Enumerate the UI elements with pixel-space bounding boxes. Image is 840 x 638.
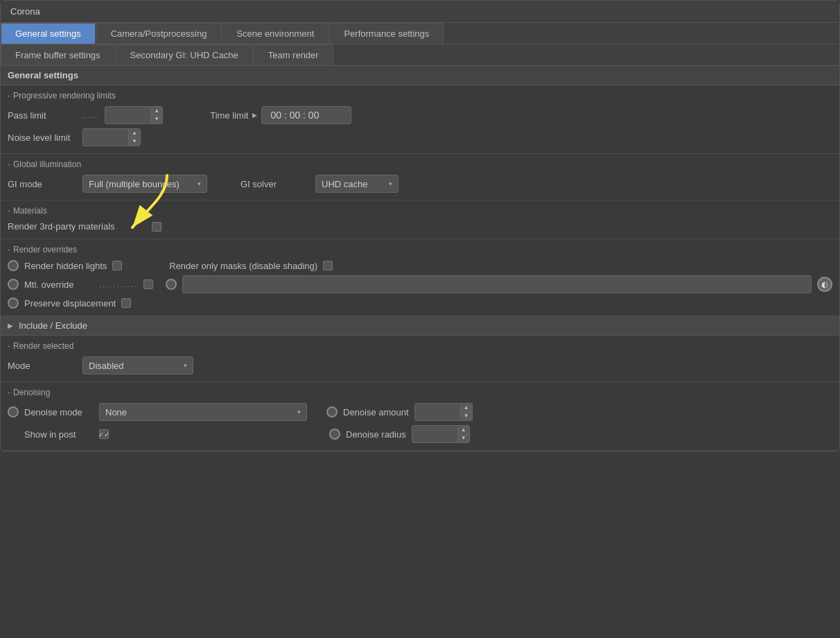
denoise-amount-up[interactable]: ▲: [461, 404, 472, 413]
time-limit-display[interactable]: 00 : 00 : 00: [261, 106, 351, 124]
tab-camera-postprocessing[interactable]: Camera/Postprocessing: [96, 23, 222, 44]
show-in-post-row: Show in post ✓ Denoise radius 1 ▲ ▼: [8, 425, 832, 443]
pass-limit-dots: ......: [82, 111, 99, 119]
gi-mode-dropdown[interactable]: Full (multiple bounces) ▾: [82, 175, 207, 193]
render-selected-section: Render selected Mode Disabled ▾: [1, 336, 839, 382]
tabs-row-2: Frame buffer settings Secondary GI: UHD …: [1, 44, 839, 66]
section-header: General settings: [1, 66, 839, 85]
time-limit-group: Time limit ▶ 00 : 00 : 00: [210, 106, 351, 124]
render-overrides-title: Render overrides: [8, 245, 832, 255]
render-selected-title: Render selected: [8, 341, 832, 351]
gi-mode-chevron-icon: ▾: [198, 180, 201, 187]
materials-section: Materials Render 3rd-party materials: [1, 200, 839, 239]
mtl-override-btn[interactable]: ◐: [817, 277, 832, 292]
progressive-section: Progressive rendering limits Pass limit …: [1, 85, 839, 154]
denoise-amount-down[interactable]: ▼: [461, 413, 472, 421]
tab-performance-settings[interactable]: Performance settings: [329, 23, 444, 44]
mtl-override-field[interactable]: [182, 275, 812, 293]
content-area: Progressive rendering limits Pass limit …: [1, 85, 839, 451]
noise-level-input[interactable]: 0: [83, 129, 128, 146]
include-exclude-label: Include / Exclude: [19, 320, 87, 331]
mtl-override-checkbox[interactable]: [143, 279, 153, 289]
pass-limit-row: Pass limit ...... 0 ▲ ▼ Time limit ▶ 00 …: [8, 106, 832, 124]
denoise-mode-label: Denoise mode: [24, 407, 94, 417]
materials-title: Materials: [8, 206, 832, 216]
render-3rd-party-checkbox[interactable]: [152, 222, 161, 232]
mtl-override-dots: ...........: [99, 280, 138, 288]
render-3rd-party-label: Render 3rd-party materials: [8, 221, 146, 232]
tab-team-render[interactable]: Team render: [254, 44, 333, 65]
denoise-amount-arrows: ▲ ▼: [460, 404, 472, 420]
render-only-masks-label: Render only masks (disable shading): [169, 261, 317, 271]
render-hidden-lights-row: Render hidden lights Render only masks (…: [8, 260, 832, 271]
noise-level-label: Noise level limit: [8, 132, 77, 143]
title-bar: Corona: [1, 1, 839, 23]
render-only-masks-checkbox[interactable]: [323, 261, 333, 270]
pass-limit-spinner[interactable]: 0 ▲ ▼: [105, 106, 163, 124]
render-selected-mode-label: Mode: [8, 361, 77, 371]
denoise-amount-input[interactable]: 0.65: [415, 404, 460, 420]
tab-general-settings[interactable]: General settings: [1, 23, 96, 44]
pass-limit-input[interactable]: 0: [105, 107, 150, 123]
progressive-title: Progressive rendering limits: [8, 91, 832, 101]
tab-scene-environment[interactable]: Scene environment: [222, 23, 329, 44]
show-in-post-label: Show in post: [24, 429, 94, 440]
denoise-radius-radio[interactable]: [329, 429, 340, 440]
time-limit-label: Time limit: [210, 110, 248, 121]
preserve-displacement-label: Preserve displacement: [24, 298, 116, 309]
show-in-post-spacer: [8, 429, 19, 440]
render-selected-mode-row: Mode Disabled ▾: [8, 356, 832, 374]
denoise-mode-radio[interactable]: [8, 406, 19, 417]
noise-level-arrows: ▲ ▼: [128, 129, 140, 146]
mtl-override-row: Mtl. override ........... ◐: [8, 275, 832, 293]
render-overrides-section: Render overrides Render hidden lights Re…: [1, 239, 839, 316]
main-window: Corona General settings Camera/Postproce…: [0, 0, 840, 451]
gi-mode-label: GI mode: [8, 179, 77, 189]
gi-mode-row: GI mode Full (multiple bounces) ▾ GI sol…: [8, 175, 832, 193]
denoise-amount-spinner[interactable]: 0.65 ▲ ▼: [414, 403, 473, 421]
mtl-override-radio[interactable]: [8, 279, 19, 290]
render-selected-mode-dropdown[interactable]: Disabled ▾: [82, 356, 193, 374]
noise-level-spinner[interactable]: 0 ▲ ▼: [82, 128, 141, 146]
noise-level-down[interactable]: ▼: [129, 138, 140, 146]
gi-solver-label: GI solver: [240, 179, 310, 189]
denoise-amount-radio[interactable]: [326, 406, 338, 417]
pass-limit-up[interactable]: ▲: [151, 107, 162, 116]
denoise-radius-down[interactable]: ▼: [458, 435, 469, 443]
show-in-post-checkbox[interactable]: ✓: [99, 429, 109, 439]
denoise-amount-label: Denoise amount: [343, 407, 409, 417]
include-exclude-arrow-icon: ▶: [8, 322, 13, 329]
pass-limit-down[interactable]: ▼: [151, 116, 162, 124]
gi-section: Global illumination GI mode Full (multip…: [1, 154, 839, 200]
gi-solver-chevron-icon: ▾: [389, 180, 392, 187]
render-hidden-lights-checkbox[interactable]: [112, 261, 122, 270]
gi-title: Global illumination: [8, 160, 832, 169]
denoising-section: Denoising Denoise mode None ▾ Denoise am…: [1, 382, 839, 451]
denoise-radius-label: Denoise radius: [346, 429, 406, 440]
tab-secondary-gi[interactable]: Secondary GI: UHD Cache: [116, 44, 253, 65]
noise-level-row: Noise level limit 0 ▲ ▼: [8, 128, 832, 146]
window-title: Corona: [10, 6, 40, 17]
denoise-radius-spinner[interactable]: 1 ▲ ▼: [412, 425, 470, 443]
preserve-displacement-row: Preserve displacement: [8, 298, 832, 309]
render-3rd-party-row: Render 3rd-party materials: [8, 221, 832, 232]
denoise-radius-up[interactable]: ▲: [458, 426, 469, 435]
render-selected-chevron-icon: ▾: [184, 362, 187, 369]
mtl-override-radio-2[interactable]: [166, 279, 177, 290]
preserve-displacement-radio[interactable]: [8, 298, 19, 309]
denoise-mode-chevron-icon: ▾: [297, 408, 301, 415]
preserve-displacement-checkbox[interactable]: [121, 298, 131, 308]
tabs-row-1: General settings Camera/Postprocessing S…: [1, 23, 839, 44]
pass-limit-arrows: ▲ ▼: [150, 107, 162, 123]
time-limit-arrow-icon: ▶: [252, 112, 257, 119]
tab-frame-buffer[interactable]: Frame buffer settings: [1, 44, 115, 65]
gi-solver-dropdown[interactable]: UHD cache ▾: [315, 175, 399, 193]
pass-limit-label: Pass limit: [8, 110, 77, 121]
denoise-radius-input[interactable]: 1: [412, 426, 457, 442]
render-hidden-lights-radio[interactable]: [8, 260, 19, 271]
mtl-override-label: Mtl. override: [24, 279, 94, 290]
include-exclude-row[interactable]: ▶ Include / Exclude: [1, 316, 839, 336]
denoise-mode-dropdown[interactable]: None ▾: [99, 403, 307, 421]
noise-level-up[interactable]: ▲: [129, 129, 140, 138]
denoise-mode-row: Denoise mode None ▾ Denoise amount 0.65 …: [8, 403, 832, 421]
